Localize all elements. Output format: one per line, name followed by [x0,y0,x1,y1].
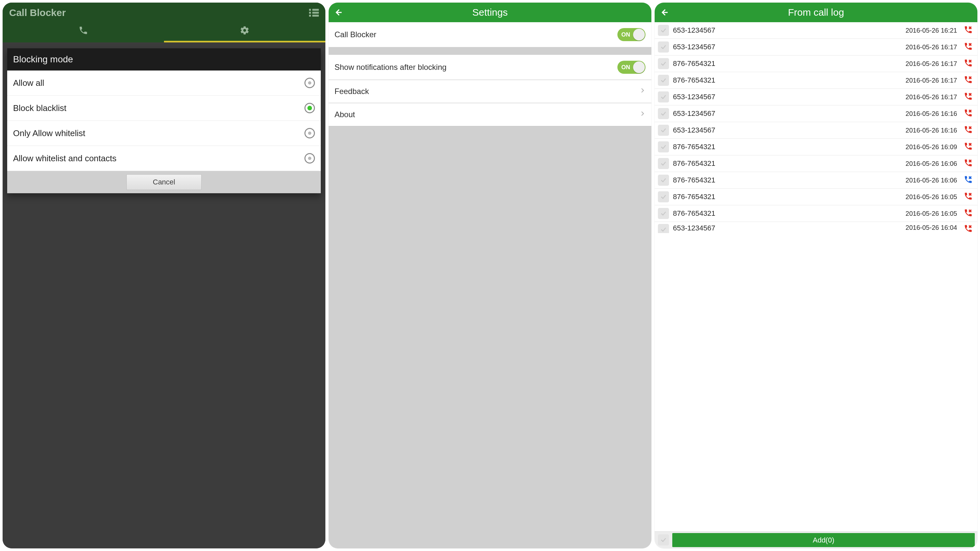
phone-icon [78,25,88,37]
option-label: Allow whitelist and contacts [13,153,116,164]
row-label: Call Blocker [334,30,376,39]
call-log-header: From call log [655,3,977,22]
missed-call-icon [964,59,973,69]
missed-call-icon [964,25,973,36]
toggle-knob [633,29,645,40]
phone-number: 876-7654321 [673,76,902,84]
option-allow-all[interactable]: Allow all [7,70,321,96]
call-log-title: From call log [788,7,844,18]
missed-call-icon [964,108,973,119]
row-checkbox[interactable] [658,141,669,152]
gear-icon [240,25,250,37]
call-time: 2016-05-26 16:16 [905,127,957,134]
tab-calls[interactable] [3,21,164,43]
option-whitelist-contacts[interactable]: Allow whitelist and contacts [7,146,321,171]
radio-icon [304,78,315,88]
app-title: Call Blocker [9,7,66,18]
call-time: 2016-05-26 16:17 [905,77,957,84]
toggle-notifications[interactable]: ON [617,61,646,74]
phone-number: 653-1234567 [673,126,902,135]
tab-settings[interactable] [164,21,325,43]
app-header: Call Blocker [3,3,325,21]
missed-call-icon [964,192,973,202]
back-button[interactable] [660,3,668,22]
call-log-row[interactable]: 876-7654321 2016-05-26 16:06 [655,156,977,172]
call-log-row[interactable]: 876-7654321 2016-05-26 16:05 [655,189,977,205]
row-call-blocker[interactable]: Call Blocker ON [329,22,651,47]
call-time: 2016-05-26 16:09 [905,143,957,151]
call-time: 2016-05-26 16:16 [905,110,957,118]
screen-call-log: From call log 653-1234567 2016-05-26 16:… [655,3,977,548]
row-feedback[interactable]: Feedback [329,80,651,103]
row-checkbox[interactable] [658,108,669,119]
row-checkbox[interactable] [658,175,669,186]
call-log-row[interactable]: 653-1234567 2016-05-26 16:16 [655,122,977,139]
missed-call-icon [964,142,973,152]
phone-number: 653-1234567 [673,43,902,51]
missed-call-icon [964,75,973,86]
option-block-blacklist[interactable]: Block blacklist [7,96,321,121]
missed-call-icon [964,125,973,136]
missed-call-icon [964,42,973,52]
call-time: 2016-05-26 16:21 [905,27,957,34]
row-checkbox[interactable] [658,41,669,52]
blocking-mode-dialog: Blocking mode Allow all Block blacklist … [7,48,321,193]
call-time: 2016-05-26 16:05 [905,193,957,201]
call-log-row[interactable]: 653-1234567 2016-05-26 16:17 [655,89,977,105]
phone-number: 876-7654321 [673,143,902,151]
radio-icon [304,128,315,138]
call-log-row[interactable]: 653-1234567 2016-05-26 16:17 [655,39,977,56]
call-log-row[interactable]: 653-1234567 2016-05-26 16:21 [655,22,977,39]
call-log-list[interactable]: 653-1234567 2016-05-26 16:21 653-1234567… [655,22,977,531]
call-log-row[interactable]: 653-1234567 2016-05-26 16:16 [655,105,977,122]
row-checkbox[interactable] [658,75,669,86]
select-all-checkbox[interactable] [658,534,669,545]
chevron-right-icon [640,109,646,120]
row-checkbox[interactable] [658,125,669,136]
toggle-on-label: ON [621,64,630,71]
incoming-call-icon [964,175,973,186]
missed-call-icon [964,92,973,103]
radio-icon [304,153,315,164]
call-log-row[interactable]: 653-1234567 2016-05-26 16:04 [655,222,977,233]
toggle-call-blocker[interactable]: ON [617,28,646,41]
cancel-button[interactable]: Cancel [126,174,202,190]
dialog-title: Blocking mode [7,48,321,70]
row-checkbox[interactable] [658,208,669,219]
call-log-row[interactable]: 876-7654321 2016-05-26 16:06 [655,172,977,189]
settings-header: Settings [329,3,651,22]
call-log-footer: Add(0) [655,531,977,548]
row-notifications[interactable]: Show notifications after blocking ON [329,55,651,80]
option-only-whitelist[interactable]: Only Allow whitelist [7,121,321,146]
row-checkbox[interactable] [658,58,669,69]
call-time: 2016-05-26 16:17 [905,94,957,101]
settings-list: Call Blocker ON Show notifications after… [329,22,651,126]
missed-call-icon [964,208,973,219]
phone-number: 653-1234567 [673,93,902,101]
call-log-row[interactable]: 876-7654321 2016-05-26 16:17 [655,56,977,72]
phone-number: 876-7654321 [673,59,902,68]
row-checkbox[interactable] [658,25,669,36]
option-label: Only Allow whitelist [13,128,85,138]
radio-icon [304,103,315,113]
section-gap [329,47,651,55]
row-checkbox[interactable] [658,158,669,169]
option-label: Allow all [13,78,44,88]
row-checkbox[interactable] [658,224,669,233]
call-log-row[interactable]: 876-7654321 2016-05-26 16:05 [655,205,977,222]
call-log-row[interactable]: 876-7654321 2016-05-26 16:17 [655,72,977,89]
back-button[interactable] [334,3,342,22]
phone-number: 653-1234567 [673,224,902,232]
dialog-footer: Cancel [7,171,321,193]
row-about[interactable]: About [329,103,651,126]
tab-bar [3,21,325,43]
add-button[interactable]: Add(0) [672,533,975,547]
screen-blocking-mode: Call Blocker Blocking mode Allow all [3,3,325,548]
call-time: 2016-05-26 16:17 [905,60,957,68]
row-checkbox[interactable] [658,191,669,202]
phone-number: 876-7654321 [673,159,902,168]
call-log-row[interactable]: 876-7654321 2016-05-26 16:09 [655,139,977,156]
call-time: 2016-05-26 16:04 [905,224,957,232]
menu-list-icon[interactable] [309,9,319,17]
row-checkbox[interactable] [658,91,669,103]
